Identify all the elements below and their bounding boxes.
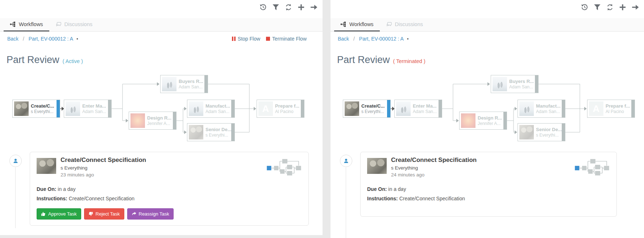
- forward-icon[interactable]: [632, 4, 639, 11]
- instructions-value: Create/Connect Specification: [399, 196, 465, 201]
- back-link[interactable]: Back: [338, 36, 349, 42]
- terminate-flow-label: Terminate Flow: [272, 36, 307, 42]
- node-subtitle: Adam San...: [536, 109, 561, 114]
- instructions-field: Instructions: Create/Connect Specificati…: [367, 196, 465, 201]
- node-title: Design R...: [147, 115, 171, 121]
- workflow-node-enter[interactable]: Enter Ma...Adam San...: [394, 100, 442, 118]
- discussions-icon: [55, 21, 61, 27]
- node-subtitle: Adam San...: [205, 109, 230, 114]
- avatar: [162, 77, 176, 91]
- breadcrumb-marker: •: [407, 36, 409, 42]
- status-badge: ( Terminated ): [393, 58, 425, 64]
- page-title: Part Review( Active ): [7, 54, 83, 66]
- add-icon[interactable]: [619, 4, 626, 11]
- workflow-node-create[interactable]: Create/C...s Everythi...: [343, 100, 391, 118]
- workflow-node-senior[interactable]: Senior De...s Everythi...: [518, 123, 565, 141]
- filter-icon[interactable]: [594, 4, 601, 11]
- forward-icon[interactable]: [310, 4, 317, 11]
- node-subtitle: s Everythi...: [31, 109, 54, 114]
- history-icon[interactable]: [581, 4, 588, 11]
- tab-label: Discussions: [395, 21, 423, 27]
- node-title: Create/C...: [361, 103, 385, 109]
- page-title: Part Review( Terminated ): [337, 54, 425, 66]
- avatar: A: [589, 101, 603, 116]
- workflow-icon: [10, 21, 16, 27]
- stop-flow-button[interactable]: Stop Flow: [232, 36, 260, 42]
- node-status-bar: [562, 100, 565, 117]
- task-assignee: s Everything: [61, 165, 87, 171]
- workflow-thumbnail-icon[interactable]: [267, 159, 301, 177]
- due-value: in a day: [388, 186, 406, 192]
- avatar-letter: A: [262, 103, 269, 114]
- workflow-node-prepare[interactable]: A Prepare f...Al Pacino: [257, 100, 304, 118]
- node-title: Senior De...: [536, 127, 562, 133]
- node-status-bar: [108, 100, 111, 117]
- tab-workflows[interactable]: Workflows: [4, 18, 49, 32]
- breadcrumb-marker: •: [76, 36, 78, 42]
- person-icon: [343, 158, 349, 164]
- avatar: [345, 101, 359, 116]
- avatar: [396, 101, 411, 116]
- breadcrumb-separator: /: [353, 36, 355, 42]
- workflow-node-enter[interactable]: Enter Ma...Adam San...: [64, 100, 112, 118]
- node-status-bar: [204, 75, 208, 93]
- pause-icon: [232, 37, 236, 41]
- node-title: Senior De...: [205, 127, 232, 133]
- approve-task-button[interactable]: Approve Task: [37, 208, 81, 220]
- node-status-bar: [503, 112, 507, 129]
- node-subtitle: Al Pacino: [275, 109, 299, 114]
- workflow-node-prepare[interactable]: A Prepare f...Al Pacino: [587, 100, 635, 118]
- instructions-field: Instructions: Create/Connect Specificati…: [37, 196, 134, 201]
- task-title: Create/Connect Specification: [61, 156, 146, 164]
- reject-task-button[interactable]: Reject Task: [84, 208, 124, 220]
- avatar: [189, 125, 203, 139]
- workflow-node-manufacturing[interactable]: Manufact...Adam San...: [187, 100, 235, 118]
- assignee-avatar: [367, 158, 387, 174]
- task-actions: Approve Task Reject Task Reassign Task: [37, 208, 174, 220]
- tab-discussions[interactable]: Discussions: [49, 18, 99, 32]
- workflow-node-senior[interactable]: Senior De...s Everythi...: [187, 123, 235, 141]
- assignee-indicator: [9, 155, 22, 167]
- avatar: [14, 101, 29, 116]
- refresh-icon[interactable]: [285, 4, 292, 11]
- node-subtitle: Adam San...: [413, 109, 437, 114]
- workflow-node-manufacturing[interactable]: Manufact...Adam San...: [518, 100, 565, 118]
- task-card: Create/Connect Specification s Everythin…: [30, 152, 309, 226]
- node-title: Buyers R...: [509, 79, 534, 84]
- add-icon[interactable]: [298, 4, 305, 11]
- reassign-task-button[interactable]: Reassign Task: [127, 208, 174, 220]
- workflow-node-create[interactable]: Create/C...s Everythi...: [12, 100, 60, 118]
- item-link[interactable]: Part, EV-000012 : A: [29, 36, 73, 42]
- node-subtitle: s Everythi...: [536, 133, 562, 138]
- tab-bar: Workflows Discussions: [331, 18, 644, 32]
- tab-bar: Workflows Discussions: [0, 18, 323, 32]
- tab-discussions[interactable]: Discussions: [380, 18, 429, 32]
- item-link[interactable]: Part, EV-000012 : A: [359, 36, 403, 42]
- terminate-flow-button[interactable]: Terminate Flow: [266, 36, 307, 42]
- workflow-node-buyers[interactable]: Buyers R...Adam San...: [160, 75, 208, 93]
- node-status-bar: [387, 100, 390, 117]
- node-status-bar: [173, 112, 176, 129]
- instructions-label: Instructions:: [367, 196, 398, 201]
- node-subtitle: Jennifer A...: [478, 121, 502, 126]
- workflow-node-buyers[interactable]: Buyers R...Adam San...: [491, 75, 539, 93]
- refresh-icon[interactable]: [606, 4, 614, 11]
- workflow-node-design[interactable]: Design R...Jennifer A...: [459, 112, 507, 130]
- button-label: Approve Task: [48, 211, 77, 217]
- breadcrumb: Back / Part, EV-000012 : A •: [7, 36, 78, 42]
- filter-icon[interactable]: [272, 4, 279, 11]
- assignee-avatar: [37, 158, 56, 174]
- panel-toolbar: [581, 4, 639, 11]
- node-title: Manufact...: [536, 103, 561, 109]
- node-status-bar: [231, 124, 234, 141]
- workflow-thumbnail-icon[interactable]: [575, 159, 609, 177]
- node-subtitle: s Everythi...: [361, 109, 385, 114]
- history-icon[interactable]: [259, 4, 267, 11]
- workflow-node-design[interactable]: Design R...Jennifer A...: [129, 112, 176, 130]
- workflow-panel-terminated: Workflows Discussions Back / Part, EV-00…: [331, 0, 644, 238]
- back-link[interactable]: Back: [7, 36, 18, 42]
- workflow-name: Part Review: [337, 54, 390, 65]
- node-title: Manufact...: [205, 103, 230, 109]
- tab-workflows[interactable]: Workflows: [334, 18, 380, 32]
- node-status-bar: [57, 100, 60, 117]
